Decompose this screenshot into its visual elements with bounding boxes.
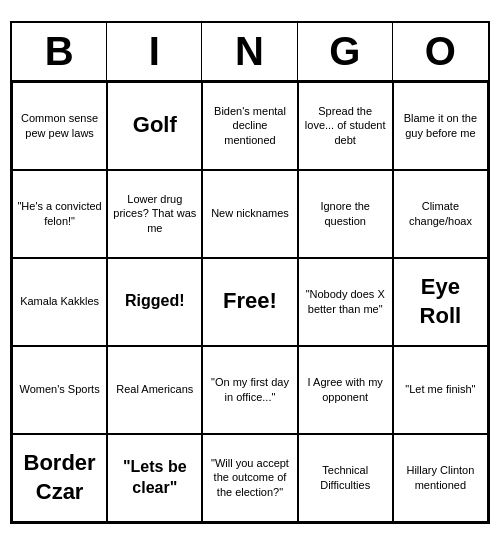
header-letter: O: [393, 23, 488, 80]
bingo-cell: "On my first day in office...": [202, 346, 297, 434]
bingo-cell: Blame it on the guy before me: [393, 82, 488, 170]
bingo-cell: "Nobody does X better than me": [298, 258, 393, 346]
bingo-cell: Border Czar: [12, 434, 107, 522]
bingo-cell: Climate change/hoax: [393, 170, 488, 258]
bingo-cell: "Lets be clear": [107, 434, 202, 522]
bingo-cell: Technical Difficulties: [298, 434, 393, 522]
bingo-cell: Real Americans: [107, 346, 202, 434]
bingo-cell: Spread the love... of student debt: [298, 82, 393, 170]
header-letter: G: [298, 23, 393, 80]
bingo-cell: Golf: [107, 82, 202, 170]
bingo-cell: New nicknames: [202, 170, 297, 258]
bingo-cell: Rigged!: [107, 258, 202, 346]
header-letter: I: [107, 23, 202, 80]
bingo-cell: I Agree with my opponent: [298, 346, 393, 434]
bingo-cell: Eye Roll: [393, 258, 488, 346]
bingo-cell: Hillary Clinton mentioned: [393, 434, 488, 522]
bingo-grid: Common sense pew pew lawsGolfBiden's men…: [12, 82, 488, 522]
bingo-cell: Lower drug prices? That was me: [107, 170, 202, 258]
bingo-cell: Kamala Kakkles: [12, 258, 107, 346]
bingo-cell: Ignore the question: [298, 170, 393, 258]
header-letter: N: [202, 23, 297, 80]
bingo-cell: Free!: [202, 258, 297, 346]
bingo-card: BINGO Common sense pew pew lawsGolfBiden…: [10, 21, 490, 524]
bingo-cell: Biden's mental decline mentioned: [202, 82, 297, 170]
bingo-header: BINGO: [12, 23, 488, 82]
bingo-cell: "Let me finish": [393, 346, 488, 434]
header-letter: B: [12, 23, 107, 80]
bingo-cell: "Will you accept the outcome of the elec…: [202, 434, 297, 522]
bingo-cell: Common sense pew pew laws: [12, 82, 107, 170]
bingo-cell: "He's a convicted felon!": [12, 170, 107, 258]
bingo-cell: Women's Sports: [12, 346, 107, 434]
